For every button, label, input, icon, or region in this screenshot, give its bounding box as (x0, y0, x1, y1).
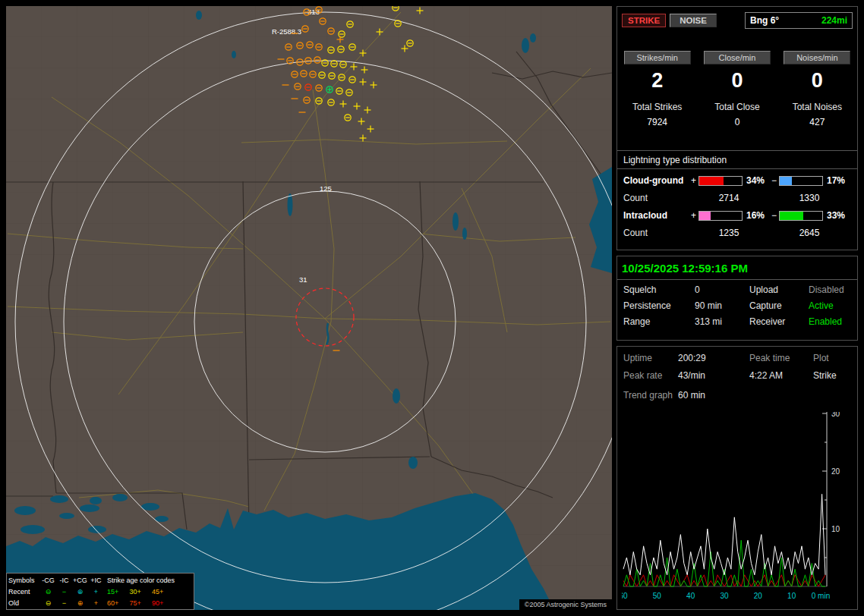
neg-cg-old-icon: ⊖ (40, 599, 56, 607)
persistence-label: Persistence (623, 300, 695, 311)
upload-status: Disabled (809, 284, 851, 295)
peak-rate-label: Peak rate (623, 370, 678, 381)
age-30: 30+ (130, 588, 150, 596)
lake (408, 457, 418, 469)
plus-sign: + (689, 210, 698, 221)
uptime-value: 200:29 (678, 353, 749, 363)
svg-text:30: 30 (720, 592, 729, 600)
total-strikes-label: Total Strikes (617, 102, 697, 112)
pos-ic-old-icon: + (88, 599, 104, 607)
cloud-ground-label: Cloud-ground (623, 175, 689, 186)
plot-value: Strike (813, 370, 851, 381)
minus-sign: − (769, 210, 779, 221)
noises-per-min-value: 0 (777, 69, 857, 92)
peak-time-label: Peak time (749, 353, 813, 363)
persistence-value: 90 min (695, 300, 749, 311)
lake (196, 11, 202, 20)
capture-status: Active (809, 300, 851, 311)
system-panel: 10/25/2025 12:59:16 PM Squelch 0 Upload … (616, 256, 858, 341)
pos-ic-recent-icon: + (88, 588, 104, 596)
ic-negative-count: 2645 (769, 228, 850, 238)
neg-ic-recent-icon: − (56, 588, 72, 596)
total-noises-value: 427 (777, 117, 857, 127)
svg-text:20: 20 (831, 467, 840, 476)
cg-negative-gauge (779, 176, 823, 186)
datetime-display: 10/25/2025 12:59:16 PM (617, 256, 857, 279)
map-canvas[interactable]: 31312531R-2588.3 (6, 6, 612, 610)
capture-label: Capture (749, 300, 809, 311)
svg-text:20: 20 (754, 592, 763, 600)
distribution-title: Lightning type distribution (617, 151, 857, 169)
svg-text:0 min: 0 min (812, 592, 830, 600)
svg-text:40: 40 (686, 592, 695, 600)
strike-button[interactable]: STRIKE (622, 14, 666, 27)
legend-col-pos-cg: +CG (72, 577, 88, 584)
svg-text:R-2588.3: R-2588.3 (272, 27, 301, 36)
squelch-value: 0 (695, 284, 749, 295)
strike-legend: Symbols -CG -IC +CG +IC Strike age color… (6, 573, 194, 610)
pos-cg-recent-icon: ⊕ (72, 588, 88, 596)
legend-row-recent: Recent ⊖ − ⊕ + 15+ 30+ 45+ (8, 586, 192, 597)
uptime-label: Uptime (623, 353, 678, 363)
plot-label: Plot (813, 353, 851, 363)
neg-ic-old-icon: − (56, 599, 72, 607)
svg-text:50: 50 (653, 592, 662, 600)
noises-per-min-button[interactable]: Noises/min (784, 51, 850, 64)
strikes-per-min-button[interactable]: Strikes/min (624, 51, 691, 64)
close-per-min-button[interactable]: Close/min (704, 51, 771, 64)
total-strikes-value: 7924 (617, 117, 697, 127)
legend-col-neg-cg: -CG (40, 577, 56, 584)
total-noises-label: Total Noises (777, 102, 857, 112)
map-area[interactable]: 31312531R-2588.3 Symbols -CG -IC +CG +IC… (6, 6, 612, 610)
ic-negative-gauge (779, 211, 823, 221)
intracloud-label: Intracloud (623, 210, 689, 221)
cg-positive-count: 2714 (689, 193, 769, 203)
age-75: 75+ (130, 599, 150, 607)
cg-negative-count: 1330 (769, 193, 850, 203)
lake (462, 228, 467, 240)
distribution-grid: Cloud-ground + 34% − 17% Count 2714 1330… (617, 169, 857, 238)
total-close-label: Total Close (697, 102, 777, 112)
strikes-per-min-value: 2 (617, 69, 697, 92)
noise-button[interactable]: NOISE (670, 14, 717, 27)
svg-text:10: 10 (831, 525, 840, 533)
lake (530, 33, 536, 42)
range-label: Range (623, 316, 695, 327)
svg-text:10: 10 (787, 592, 796, 600)
lake (522, 38, 529, 53)
total-close-value: 0 (697, 117, 777, 127)
count-label: Count (623, 193, 689, 203)
age-45: 45+ (152, 588, 172, 596)
minus-sign: − (769, 175, 779, 186)
legend-col-pos-ic: +IC (88, 577, 104, 584)
trend-panel: Uptime 200:29 Peak time Plot Peak rate 4… (616, 346, 858, 610)
ic-positive-percent: 16% (743, 210, 769, 221)
close-per-min-value: 0 (697, 69, 777, 92)
count-label: Count (623, 228, 689, 238)
range-value: 313 mi (695, 316, 749, 327)
age-15: 15+ (107, 588, 128, 596)
legend-age-header: Strike age color codes (104, 577, 192, 584)
receiver-status: Enabled (809, 316, 851, 327)
bearing-distance: 224mi (821, 15, 847, 26)
lake (393, 388, 400, 404)
squelch-label: Squelch (623, 284, 695, 295)
svg-text:30: 30 (831, 412, 840, 418)
cg-positive-gauge (698, 176, 743, 186)
stats-panel: STRIKE NOISE Bng 6° 224mi Strikes/min 2 … (616, 6, 858, 250)
ic-negative-percent: 33% (823, 210, 850, 221)
legend-symbols-label: Symbols (8, 577, 40, 584)
neg-cg-recent-icon: ⊖ (40, 588, 56, 596)
peak-rate-value: 43/min (678, 370, 749, 381)
legend-row-old: Old ⊖ − ⊕ + 60+ 75+ 90+ (8, 597, 192, 608)
settings-grid: Squelch 0 Upload Disabled Persistence 90… (617, 280, 857, 327)
cg-positive-percent: 34% (743, 175, 769, 186)
trend-window-row: Trend graph 60 min (617, 381, 857, 401)
peak-time-value: 4:22 AM (749, 370, 813, 381)
svg-text:60: 60 (622, 592, 628, 600)
rate-columns: Strikes/min 2 Total Strikes 7924 Close/m… (617, 51, 857, 127)
svg-text:31: 31 (299, 275, 307, 284)
legend-col-neg-ic: -IC (56, 577, 72, 584)
trend-window-value: 60 min (678, 390, 851, 401)
lake (232, 51, 236, 58)
